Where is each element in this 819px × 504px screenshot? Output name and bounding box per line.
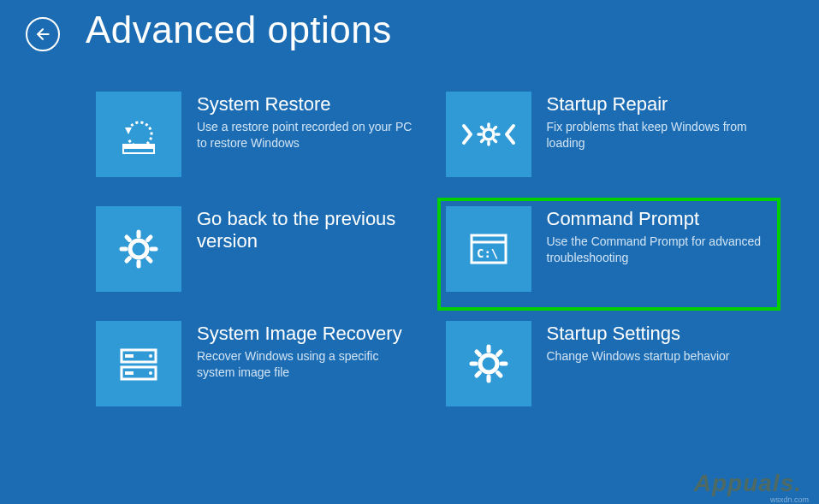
tile-desc: Recover Windows using a specific system … bbox=[197, 348, 412, 381]
option-startup-repair[interactable]: Startup Repair Fix problems that keep Wi… bbox=[444, 90, 773, 179]
tile-text: Go back to the previous version bbox=[197, 206, 421, 257]
option-startup-settings[interactable]: Startup Settings Change Windows startup … bbox=[444, 319, 773, 408]
svg-marker-1 bbox=[125, 127, 132, 134]
svg-point-13 bbox=[130, 240, 147, 258]
svg-point-27 bbox=[149, 354, 152, 358]
svg-point-31 bbox=[480, 355, 497, 372]
svg-line-18 bbox=[127, 237, 129, 240]
svg-text:C:\: C:\ bbox=[477, 246, 498, 260]
tile-title: Command Prompt bbox=[547, 208, 763, 230]
tile-text: Command Prompt Use the Command Prompt fo… bbox=[547, 206, 771, 266]
svg-line-38 bbox=[477, 373, 479, 376]
option-command-prompt[interactable]: C:\ Command Prompt Use the Command Promp… bbox=[437, 198, 781, 311]
svg-rect-26 bbox=[125, 354, 134, 358]
tile-text: Startup Settings Change Windows startup … bbox=[547, 321, 771, 365]
restore-icon bbox=[96, 92, 181, 177]
tile-title: System Image Recovery bbox=[197, 323, 412, 345]
svg-line-19 bbox=[148, 258, 151, 261]
svg-point-30 bbox=[149, 371, 152, 375]
gear-icon bbox=[446, 321, 531, 406]
svg-line-21 bbox=[148, 237, 151, 240]
command-prompt-icon: C:\ bbox=[446, 206, 531, 292]
watermark-small: wsxdn.com bbox=[770, 495, 809, 504]
svg-line-9 bbox=[481, 127, 483, 129]
page-title: Advanced options bbox=[86, 9, 392, 51]
tile-title: System Restore bbox=[197, 93, 412, 116]
option-system-restore[interactable]: System Restore Use a restore point recor… bbox=[94, 90, 423, 179]
svg-line-10 bbox=[494, 139, 496, 141]
watermark: Appuals. bbox=[694, 470, 802, 497]
tile-text: Startup Repair Fix problems that keep Wi… bbox=[547, 92, 771, 151]
gear-icon bbox=[96, 206, 181, 292]
tile-desc: Fix problems that keep Windows from load… bbox=[547, 119, 763, 151]
option-system-image-recovery[interactable]: System Image Recovery Recover Windows us… bbox=[94, 319, 423, 408]
tile-desc: Use a restore point recorded on your PC … bbox=[197, 119, 412, 151]
svg-line-11 bbox=[481, 139, 483, 141]
tile-text: System Image Recovery Recover Windows us… bbox=[197, 321, 421, 381]
option-go-back[interactable]: Go back to the previous version bbox=[94, 205, 423, 294]
svg-line-39 bbox=[497, 352, 500, 354]
repair-icon bbox=[446, 92, 531, 177]
svg-line-12 bbox=[494, 127, 496, 129]
tile-text: System Restore Use a restore point recor… bbox=[197, 92, 421, 151]
svg-line-20 bbox=[127, 258, 129, 261]
image-recovery-icon bbox=[96, 321, 181, 406]
tile-desc: Change Windows startup behavior bbox=[547, 348, 763, 365]
svg-line-37 bbox=[497, 373, 500, 376]
arrow-left-icon bbox=[34, 26, 51, 43]
svg-line-36 bbox=[477, 352, 479, 354]
svg-rect-29 bbox=[125, 371, 134, 375]
tile-title: Startup Repair bbox=[547, 93, 763, 116]
back-button[interactable] bbox=[26, 17, 60, 51]
svg-point-4 bbox=[484, 129, 494, 139]
options-grid: System Restore Use a restore point recor… bbox=[0, 51, 819, 408]
tile-title: Go back to the previous version bbox=[197, 208, 412, 253]
tile-desc: Use the Command Prompt for advanced trou… bbox=[547, 234, 763, 266]
tile-title: Startup Settings bbox=[547, 323, 763, 345]
